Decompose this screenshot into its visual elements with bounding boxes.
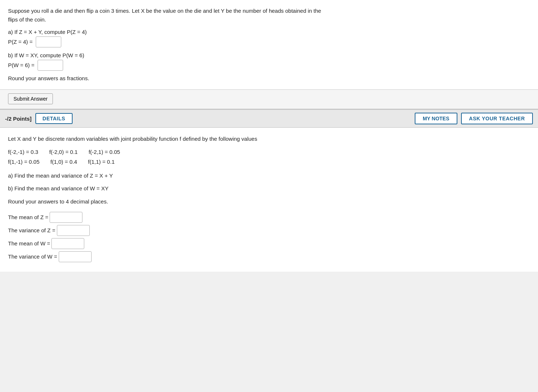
part-b-question: b) If W = XY, compute P(W = 6) P(W = 6) … bbox=[8, 51, 530, 71]
f-val-1b: f(-2,0) = 0.1 bbox=[49, 147, 78, 157]
part-a-input[interactable] bbox=[36, 36, 61, 47]
mean-w-input[interactable] bbox=[51, 238, 84, 249]
part-a-question: a) If Z = X + Y, compute P(Z = 4) P(Z = … bbox=[8, 28, 530, 47]
bottom-note: Round your answers to 4 decimal places. bbox=[8, 197, 530, 206]
problem-header: -/2 Points] DETAILS MY NOTES ASK YOUR TE… bbox=[0, 109, 538, 128]
part-b-answer-row: P(W = 6) = bbox=[8, 60, 530, 71]
part-a-label: a) If Z = X + Y, compute P(Z = 4) bbox=[8, 28, 530, 36]
f-val-2b: f(1,0) = 0.4 bbox=[50, 157, 77, 167]
variance-z-row: The variance of Z = bbox=[8, 225, 530, 236]
my-notes-button[interactable]: MY NOTES bbox=[415, 113, 457, 124]
variance-z-input[interactable] bbox=[57, 225, 90, 236]
submit-button[interactable]: Submit Answer bbox=[8, 93, 53, 104]
top-section: Suppose you roll a die and then flip a c… bbox=[0, 0, 538, 90]
part-b-input[interactable] bbox=[38, 60, 63, 71]
part-a-answer-label: P(Z = 4) = bbox=[8, 38, 33, 46]
variance-z-label: The variance of Z = bbox=[8, 226, 55, 235]
details-button[interactable]: DETAILS bbox=[35, 113, 73, 124]
f-val-2a: f(1,-1) = 0.05 bbox=[8, 157, 39, 167]
top-note: Round your answers as fractions. bbox=[8, 75, 530, 81]
f-val-1a: f(-2,-1) = 0.3 bbox=[8, 147, 38, 157]
mean-z-label: The mean of Z = bbox=[8, 213, 48, 222]
part-a-answer-row: P(Z = 4) = bbox=[8, 36, 530, 47]
variance-w-input[interactable] bbox=[59, 251, 92, 262]
mean-z-row: The mean of Z = bbox=[8, 212, 530, 223]
f-val-2c: f(1,1) = 0.1 bbox=[88, 157, 115, 167]
bottom-intro: Let X and Y be discrete random variables… bbox=[8, 134, 530, 144]
mean-w-label: The mean of W = bbox=[8, 239, 50, 248]
f-values-row2: f(1,-1) = 0.05 f(1,0) = 0.4 f(1,1) = 0.1 bbox=[8, 157, 530, 167]
ask-teacher-button[interactable]: ASK YOUR TEACHER bbox=[461, 113, 533, 124]
mean-z-input[interactable] bbox=[50, 212, 82, 223]
points-label: -/2 Points] bbox=[5, 116, 32, 122]
bottom-part-b: b) Find the mean and variance of W = XY bbox=[8, 184, 530, 193]
f-values-row1: f(-2,-1) = 0.3 f(-2,0) = 0.1 f(-2,1) = 0… bbox=[8, 147, 530, 157]
variance-w-label: The variance of W = bbox=[8, 252, 57, 261]
problem-line2: flips of the coin. bbox=[8, 15, 530, 24]
bottom-part-a: a) Find the mean and variance of Z = X +… bbox=[8, 171, 530, 181]
f-val-1c: f(-2,1) = 0.05 bbox=[89, 147, 120, 157]
variance-w-row: The variance of W = bbox=[8, 251, 530, 262]
problem-line1: Suppose you roll a die and then flip a c… bbox=[8, 7, 530, 15]
part-b-answer-label: P(W = 6) = bbox=[8, 61, 35, 70]
submit-row: Submit Answer bbox=[0, 90, 538, 109]
answer-fields: The mean of Z = The variance of Z = The … bbox=[8, 212, 530, 262]
problem-intro: Suppose you roll a die and then flip a c… bbox=[8, 7, 530, 24]
problem-body: Let X and Y be discrete random variables… bbox=[8, 134, 530, 262]
part-b-label: b) If W = XY, compute P(W = 6) bbox=[8, 51, 530, 60]
mean-w-row: The mean of W = bbox=[8, 238, 530, 249]
bottom-section: Let X and Y be discrete random variables… bbox=[0, 128, 538, 272]
